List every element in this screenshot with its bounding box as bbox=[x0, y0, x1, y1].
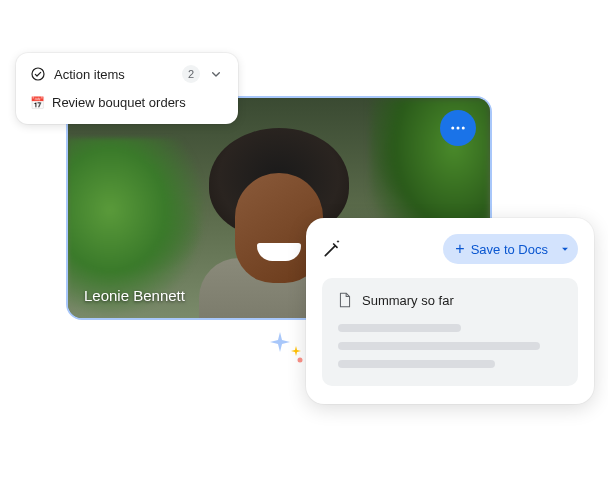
svg-point-4 bbox=[298, 358, 303, 363]
summary-placeholder-line bbox=[338, 324, 461, 332]
action-items-count-badge: 2 bbox=[182, 65, 200, 83]
save-to-docs-button[interactable]: + Save to Docs bbox=[443, 234, 578, 264]
action-items-header[interactable]: Action items 2 bbox=[30, 65, 224, 83]
action-items-panel: Action items 2 📅 Review bouquet orders bbox=[16, 53, 238, 124]
save-to-docs-label: Save to Docs bbox=[471, 242, 548, 257]
checkmark-circle-icon bbox=[30, 66, 46, 82]
summary-panel: + Save to Docs Summary so far bbox=[306, 218, 594, 404]
summary-content-card: Summary so far bbox=[322, 278, 578, 386]
magic-wand-icon bbox=[322, 239, 342, 259]
sparkle-decoration-icon bbox=[266, 324, 310, 368]
plus-icon: + bbox=[455, 241, 464, 257]
document-icon bbox=[338, 292, 352, 308]
action-item-label: Review bouquet orders bbox=[52, 95, 186, 110]
action-items-title: Action items bbox=[54, 67, 174, 82]
svg-point-0 bbox=[451, 127, 454, 130]
svg-point-1 bbox=[457, 127, 460, 130]
summary-placeholder-line bbox=[338, 342, 540, 350]
participant-name-label: Leonie Bennett bbox=[84, 287, 185, 304]
calendar-icon: 📅 bbox=[30, 96, 44, 110]
action-item-row[interactable]: 📅 Review bouquet orders bbox=[30, 95, 224, 110]
video-more-options-button[interactable] bbox=[440, 110, 476, 146]
caret-down-icon[interactable] bbox=[558, 242, 572, 256]
more-horizontal-icon bbox=[449, 119, 467, 137]
chevron-down-icon[interactable] bbox=[208, 66, 224, 82]
summary-title: Summary so far bbox=[362, 293, 454, 308]
summary-placeholder-line bbox=[338, 360, 495, 368]
svg-point-3 bbox=[32, 68, 44, 80]
svg-point-2 bbox=[462, 127, 465, 130]
